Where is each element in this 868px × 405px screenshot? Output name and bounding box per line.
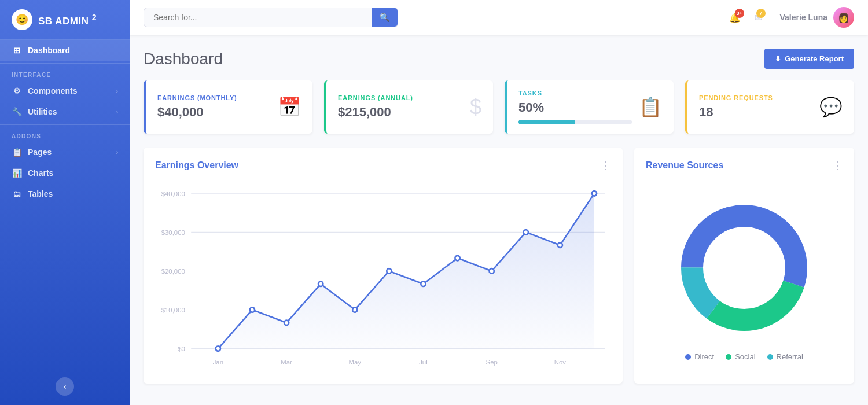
topbar: 🔍 🔔 3+ ✉ 7 Valerie Luna 👩 [130, 0, 868, 35]
legend-label: Social [735, 352, 755, 361]
user-profile[interactable]: Valerie Luna 👩 [780, 7, 854, 28]
stat-card-pending: PENDING REQUESTS 18 💬 [685, 80, 854, 134]
svg-text:Nov: Nov [554, 359, 566, 366]
sidebar-item-label: Dashboard [28, 46, 70, 55]
sidebar-item-label: Pages [28, 148, 52, 157]
stat-value: $40,000 [157, 105, 237, 120]
sidebar-item-pages[interactable]: 📋 Pages › [0, 142, 130, 163]
progress-fill [518, 120, 575, 124]
chart-header: Revenue Sources ⋮ [646, 159, 843, 172]
svg-point-22 [387, 268, 391, 274]
search-input[interactable] [144, 8, 372, 27]
stat-value: 18 [699, 105, 773, 120]
stat-label: EARNINGS (ANNUAL) [338, 94, 413, 101]
svg-text:$20,000: $20,000 [161, 268, 185, 275]
messages-button[interactable]: ✉ 7 [751, 9, 766, 27]
progress-bar [518, 120, 632, 124]
legend-label: Direct [694, 352, 714, 361]
legend-item-social: Social [726, 352, 755, 361]
generate-report-button[interactable]: ⬇ Generate Report [764, 49, 854, 69]
stat-card-annual: EARNINGS (ANNUAL) $215,000 $ [324, 80, 493, 134]
sidebar-item-charts[interactable]: 📊 Charts [0, 163, 130, 183]
chart-header: Earnings Overview ⋮ [155, 159, 611, 172]
chart-menu-button[interactable]: ⋮ [601, 159, 611, 172]
avatar: 👩 [833, 7, 854, 28]
svg-text:Jul: Jul [419, 359, 428, 366]
chevron-right-icon: › [116, 88, 118, 94]
stat-value: $215,000 [338, 105, 413, 120]
svg-text:Jan: Jan [213, 359, 223, 366]
search-icon: 🔍 [380, 13, 389, 22]
stat-label: PENDING REQUESTS [699, 94, 773, 101]
sidebar-item-dashboard[interactable]: ⊞ Dashboard [0, 40, 130, 61]
sidebar: 😊 SB ADMIN 2 ⊞ Dashboard INTERFACE ⚙ Com… [0, 0, 130, 405]
donut-legend: Direct Social Referral [685, 352, 803, 361]
svg-text:Sep: Sep [486, 359, 498, 366]
chart-menu-button[interactable]: ⋮ [832, 159, 843, 172]
legend-dot [685, 354, 691, 360]
pages-icon: 📋 [12, 148, 22, 157]
search-button[interactable]: 🔍 [372, 8, 398, 27]
donut-chart-wrapper: Direct Social Referral [646, 181, 843, 361]
sidebar-item-label: Components [28, 86, 78, 95]
svg-point-25 [490, 268, 494, 274]
sidebar-item-label: Charts [28, 168, 53, 178]
notifications-badge: 3+ [735, 9, 744, 18]
sidebar-item-components[interactable]: ⚙ Components › [0, 80, 130, 101]
legend-label: Referral [777, 352, 803, 361]
svg-text:$0: $0 [178, 345, 185, 352]
chevron-right-icon: › [116, 109, 118, 115]
line-chart-svg: $40,000 $30,000 $20,000 $10,000 $0 Jan M… [155, 181, 611, 372]
svg-point-26 [524, 230, 528, 235]
content-header: Dashboard ⬇ Generate Report [144, 49, 854, 69]
brand[interactable]: 😊 SB ADMIN 2 [0, 0, 130, 40]
revenue-sources-card: Revenue Sources ⋮ [634, 148, 854, 384]
sidebar-item-label: Tables [28, 189, 53, 198]
sidebar-item-tables[interactable]: 🗂 Tables [0, 183, 130, 204]
sidebar-item-label: Utilities [28, 107, 57, 116]
stat-label: EARNINGS (MONTHLY) [157, 94, 237, 101]
svg-point-21 [352, 307, 357, 312]
topbar-right: 🔔 3+ ✉ 7 Valerie Luna 👩 [726, 7, 854, 28]
page-title: Dashboard [144, 50, 223, 68]
download-icon: ⬇ [775, 54, 781, 63]
sidebar-toggle-button[interactable]: ‹ [56, 377, 74, 396]
svg-text:$10,000: $10,000 [161, 307, 185, 314]
svg-text:$40,000: $40,000 [161, 190, 185, 197]
stat-cards: EARNINGS (MONTHLY) $40,000 📅 EARNINGS (A… [144, 80, 854, 134]
dashboard-icon: ⊞ [12, 46, 22, 55]
stat-card-tasks: TASKS 50% 📋 [505, 80, 674, 134]
brand-icon: 😊 [12, 9, 32, 30]
tables-icon: 🗂 [12, 189, 22, 198]
messages-badge: 7 [756, 9, 766, 18]
svg-point-18 [250, 307, 255, 312]
earnings-overview-card: Earnings Overview ⋮ [144, 148, 623, 384]
search-container: 🔍 [144, 8, 398, 27]
sidebar-item-utilities[interactable]: 🔧 Utilities › [0, 101, 130, 122]
donut-chart-svg [669, 193, 819, 343]
user-name: Valerie Luna [780, 13, 827, 22]
svg-point-27 [558, 242, 562, 248]
svg-point-19 [284, 321, 289, 326]
svg-point-24 [455, 256, 459, 261]
topbar-divider [773, 9, 773, 25]
charts-row: Earnings Overview ⋮ [144, 148, 854, 384]
svg-point-20 [318, 282, 323, 287]
chevron-right-icon: › [116, 149, 118, 156]
legend-dot [726, 354, 731, 360]
notifications-button[interactable]: 🔔 3+ [726, 9, 744, 27]
charts-icon: 📊 [12, 168, 22, 178]
utilities-icon: 🔧 [12, 107, 22, 116]
chart-title: Revenue Sources [646, 160, 723, 171]
svg-point-17 [216, 346, 220, 351]
dollar-icon: $ [470, 95, 481, 119]
main-area: 🔍 🔔 3+ ✉ 7 Valerie Luna 👩 Dashboard ⬇ [130, 0, 868, 405]
svg-text:Mar: Mar [281, 359, 292, 366]
chat-icon: 💬 [819, 96, 843, 118]
line-chart: $40,000 $30,000 $20,000 $10,000 $0 Jan M… [155, 181, 611, 372]
components-icon: ⚙ [12, 86, 22, 95]
svg-text:May: May [348, 359, 361, 366]
legend-item-direct: Direct [685, 352, 714, 361]
chart-title: Earnings Overview [155, 160, 238, 171]
stat-value: 50% [518, 100, 632, 115]
